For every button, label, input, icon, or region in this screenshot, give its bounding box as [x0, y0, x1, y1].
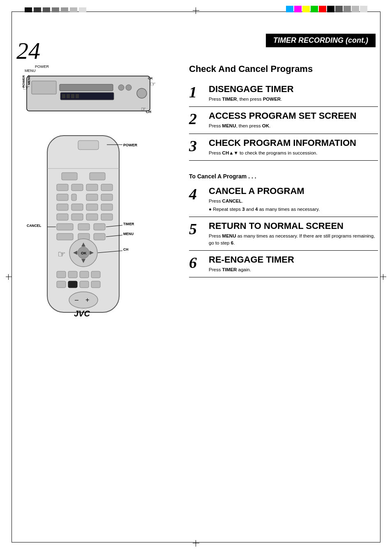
- crosshair-right: [380, 274, 386, 280]
- reg-marks-top-left: [25, 7, 86, 12]
- step-5: 5 RETURN TO NORMAL SCREEN Press MENU as …: [189, 217, 378, 250]
- page-number: 24: [16, 37, 66, 65]
- svg-rect-31: [57, 194, 68, 201]
- step-2: 2 ACCESS PROGRAM SET SCREEN Press MENU, …: [189, 107, 378, 134]
- step-3-content: CHECK PROGRAM INFORMATION Press CH▲▼ to …: [209, 138, 378, 156]
- crosshair-bottom: [193, 540, 199, 547]
- svg-rect-22: [78, 141, 99, 150]
- remote-control: POWER CANCEL TIMER: [25, 132, 156, 333]
- svg-text:TIMER: TIMER: [123, 222, 134, 226]
- svg-text:☞: ☞: [141, 106, 146, 112]
- step-3: 3 CHECK PROGRAM INFORMATION Press CH▲▼ t…: [189, 134, 378, 161]
- svg-rect-44: [78, 224, 90, 230]
- svg-rect-35: [57, 204, 68, 210]
- step-3-number: 3: [189, 138, 205, 154]
- step-4-content: CANCEL A PROGRAM Press CANCEL. Repeat st…: [209, 186, 378, 212]
- step-3-heading: CHECK PROGRAM INFORMATION: [209, 138, 378, 148]
- svg-text:POWER: POWER: [35, 65, 49, 69]
- step-6: 6 RE-ENGAGE TIMER Press TIMER again.: [189, 251, 378, 277]
- step-5-text: Press MENU as many times as necessary. I…: [209, 233, 378, 246]
- step-1-content: DISENGAGE TIMER Press TIMER, then press …: [209, 84, 378, 102]
- svg-rect-45: [94, 224, 105, 230]
- svg-rect-37: [86, 204, 98, 210]
- svg-rect-68: [91, 271, 100, 278]
- svg-rect-30: [101, 184, 113, 191]
- svg-rect-10: [76, 94, 79, 98]
- svg-rect-32: [71, 194, 76, 201]
- svg-text:–: –: [75, 296, 78, 303]
- svg-rect-42: [101, 214, 113, 220]
- svg-rect-1: [32, 81, 56, 94]
- svg-rect-8: [67, 94, 70, 98]
- content-right: Check And Cancel Programs 1 DISENGAGE TI…: [189, 64, 378, 277]
- step-4-heading: CANCEL A PROGRAM: [209, 186, 378, 196]
- svg-rect-50: [57, 233, 73, 240]
- reg-marks-color-top: [286, 6, 367, 12]
- svg-text:POWER: POWER: [123, 143, 138, 147]
- svg-rect-69: [57, 281, 66, 288]
- svg-rect-27: [57, 184, 68, 191]
- vcr-device: POWER MENU POWER MENU OK CH ☞ ☞ ☞: [23, 64, 158, 117]
- step-5-number: 5: [189, 221, 205, 237]
- step-5-content: RETURN TO NORMAL SCREEN Press MENU as ma…: [209, 221, 378, 246]
- svg-text:MENU: MENU: [25, 69, 36, 73]
- svg-text:CANCEL: CANCEL: [27, 224, 41, 228]
- svg-text:+: +: [85, 296, 89, 303]
- crosshair-top: [193, 7, 199, 14]
- svg-text:CH: CH: [123, 247, 128, 252]
- svg-text:☞: ☞: [150, 81, 156, 88]
- svg-rect-70: [68, 281, 77, 288]
- svg-text:JVC: JVC: [74, 309, 90, 318]
- step-6-number: 6: [189, 255, 205, 270]
- step-5-heading: RETURN TO NORMAL SCREEN: [209, 221, 378, 231]
- svg-point-4: [126, 85, 131, 90]
- step-3-text: Press CH▲▼ to check the programs in succ…: [209, 150, 378, 156]
- svg-point-5: [137, 88, 147, 98]
- step-6-text: Press TIMER again.: [209, 266, 378, 273]
- svg-rect-34: [101, 194, 113, 201]
- svg-point-73: [69, 292, 98, 308]
- svg-rect-43: [57, 224, 73, 230]
- step-2-number: 2: [189, 111, 205, 127]
- svg-rect-29: [86, 184, 98, 191]
- svg-rect-72: [91, 281, 100, 288]
- svg-rect-7: [62, 94, 65, 98]
- page-title-header: TIMER RECORDING (cont.): [266, 34, 376, 47]
- svg-rect-28: [71, 184, 83, 191]
- svg-rect-41: [86, 214, 98, 220]
- page-border-left: [12, 12, 12, 542]
- svg-rect-36: [71, 204, 83, 210]
- step-2-content: ACCESS PROGRAM SET SCREEN Press MENU, th…: [209, 111, 378, 129]
- svg-text:OK: OK: [81, 251, 87, 255]
- svg-text:CH: CH: [146, 110, 151, 114]
- svg-rect-66: [68, 271, 77, 278]
- svg-point-3: [118, 85, 124, 90]
- page-number-area: 24: [16, 37, 66, 65]
- step-6-content: RE-ENGAGE TIMER Press TIMER again.: [209, 255, 378, 273]
- section-title: Check And Cancel Programs: [189, 64, 378, 74]
- svg-text:☞: ☞: [58, 249, 66, 259]
- cancel-section-title: To Cancel A Program . . .: [189, 173, 378, 180]
- step-1: 1 DISENGAGE TIMER Press TIMER, then pres…: [189, 80, 378, 107]
- svg-rect-33: [86, 194, 98, 201]
- svg-rect-67: [80, 271, 89, 278]
- svg-rect-25: [62, 173, 77, 180]
- step-4: 4 CANCEL A PROGRAM Press CANCEL. Repeat …: [189, 182, 378, 217]
- svg-rect-39: [57, 214, 68, 220]
- svg-rect-65: [57, 271, 66, 278]
- step-2-text: Press MENU, then press OK.: [209, 122, 378, 129]
- svg-rect-71: [80, 281, 89, 288]
- crosshair-left: [6, 274, 12, 280]
- svg-text:☞: ☞: [23, 83, 30, 92]
- svg-rect-38: [101, 204, 113, 210]
- step-1-heading: DISENGAGE TIMER: [209, 84, 378, 94]
- step-4-number: 4: [189, 186, 205, 202]
- step-6-heading: RE-ENGAGE TIMER: [209, 255, 378, 265]
- svg-text:OK: OK: [148, 76, 153, 80]
- svg-rect-9: [71, 94, 74, 98]
- step-2-heading: ACCESS PROGRAM SET SCREEN: [209, 111, 378, 121]
- step-4-text: Press CANCEL. Repeat steps 3 and 4 as ma…: [209, 198, 378, 212]
- step-1-number: 1: [189, 84, 205, 100]
- svg-rect-40: [71, 214, 83, 220]
- svg-rect-2: [60, 84, 113, 91]
